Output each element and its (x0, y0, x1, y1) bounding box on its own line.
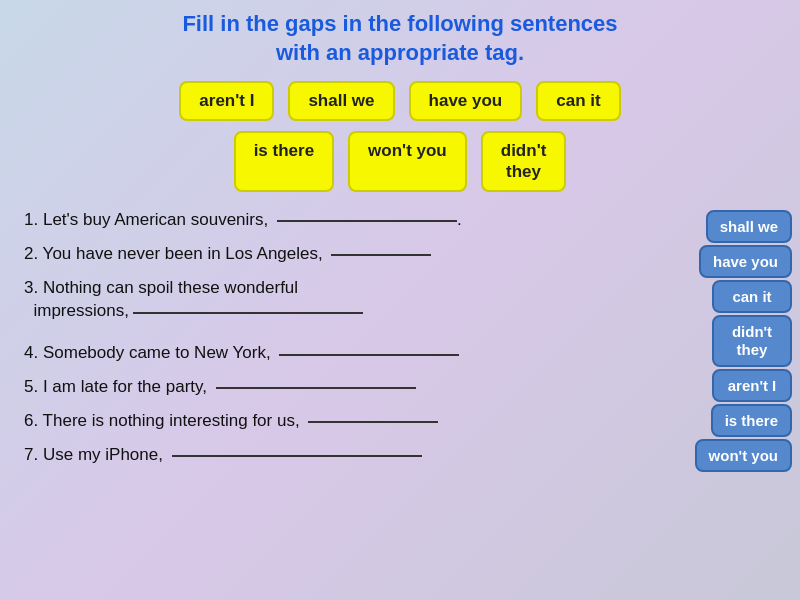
page: Fill in the gaps in the following senten… (0, 0, 800, 600)
sentence-4: 4. Somebody came to New York, (24, 341, 634, 365)
sentence-1-num: 1. (24, 210, 38, 229)
answers-panel: shall we have you can it didn'tthey aren… (695, 210, 792, 472)
sentence-1-blank (277, 218, 457, 222)
sentence-7-num: 7. (24, 445, 38, 464)
tag-can-it[interactable]: can it (536, 81, 620, 121)
sentence-5-blank (216, 385, 416, 389)
answer-can-it[interactable]: can it (712, 280, 792, 313)
tag-arent-i[interactable]: aren't I (179, 81, 274, 121)
sentence-7-blank (172, 453, 422, 457)
sentence-2: 2. You have never been in Los Angeles, (24, 242, 634, 266)
answer-arent-i[interactable]: aren't I (712, 369, 792, 402)
page-title: Fill in the gaps in the following senten… (16, 10, 784, 67)
answer-wont-you[interactable]: won't you (695, 439, 792, 472)
tags-row-2: is there won't you didn'tthey (16, 131, 784, 192)
sentence-7-text: Use my iPhone, (43, 445, 163, 464)
sentence-7: 7. Use my iPhone, (24, 443, 634, 467)
sentence-2-blank (331, 252, 431, 256)
sentence-6-num: 6. (24, 411, 38, 430)
sentence-5-text: I am late for the party, (43, 377, 207, 396)
sentence-4-blank (279, 352, 459, 356)
sentence-6-blank (308, 419, 438, 423)
sentence-5: 5. I am late for the party, (24, 375, 634, 399)
tag-didnt-they[interactable]: didn'tthey (481, 131, 567, 192)
sentence-2-text: You have never been in Los Angeles, (43, 244, 323, 263)
tag-have-you[interactable]: have you (409, 81, 523, 121)
sentence-2-num: 2. (24, 244, 38, 263)
tag-wont-you[interactable]: won't you (348, 131, 467, 192)
sentence-3-num: 3. (24, 278, 38, 297)
tags-row-1: aren't I shall we have you can it (16, 81, 784, 121)
sentence-4-text: Somebody came to New York, (43, 343, 271, 362)
answer-is-there[interactable]: is there (711, 404, 792, 437)
sentence-4-num: 4. (24, 343, 38, 362)
sentence-1-text: Let's buy American souvenirs, (43, 210, 268, 229)
answer-shall-we[interactable]: shall we (706, 210, 792, 243)
tag-is-there[interactable]: is there (234, 131, 334, 192)
title-line2: with an appropriate tag. (276, 40, 524, 65)
answer-have-you[interactable]: have you (699, 245, 792, 278)
sentence-3: 3. Nothing can spoil these wonderful imp… (24, 276, 634, 324)
sentence-3-blank (133, 310, 363, 314)
title-line1: Fill in the gaps in the following senten… (182, 11, 617, 36)
sentence-1: 1. Let's buy American souvenirs, . (24, 208, 634, 232)
sentence-6-text: There is nothing interesting for us, (43, 411, 300, 430)
answer-didnt-they[interactable]: didn'tthey (712, 315, 792, 367)
sentence-3-text: Nothing can spoil these wonderful impres… (24, 278, 363, 321)
sentences-list: 1. Let's buy American souvenirs, . 2. Yo… (24, 208, 634, 466)
tag-shall-we[interactable]: shall we (288, 81, 394, 121)
sentence-5-num: 5. (24, 377, 38, 396)
sentence-6: 6. There is nothing interesting for us, (24, 409, 634, 433)
